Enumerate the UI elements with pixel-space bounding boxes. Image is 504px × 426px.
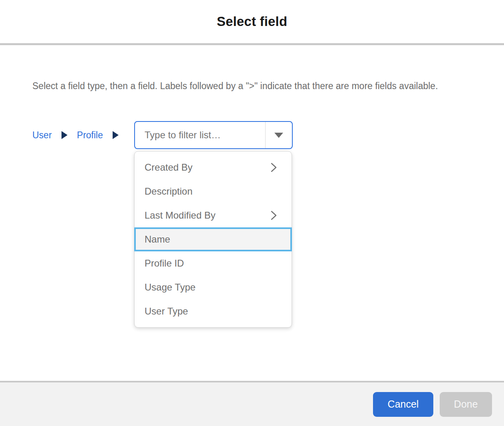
filter-input[interactable] xyxy=(135,122,265,148)
breadcrumb-arrow-icon xyxy=(113,131,119,139)
field-listbox: Created By Description Last Modified By … xyxy=(134,151,292,328)
breadcrumb: User Profile xyxy=(32,121,128,149)
option-created-by[interactable]: Created By xyxy=(135,155,292,179)
chevron-right-icon xyxy=(270,162,278,173)
cancel-button[interactable]: Cancel xyxy=(373,392,433,417)
option-label: Usage Type xyxy=(145,282,196,293)
option-label: Name xyxy=(145,234,170,245)
option-label: Last Modified By xyxy=(145,210,215,221)
done-button[interactable]: Done xyxy=(440,392,492,417)
dialog-footer: Cancel Done xyxy=(0,381,504,426)
dialog-header: Select field xyxy=(0,0,504,45)
chevron-down-icon xyxy=(274,133,283,138)
option-label: Description xyxy=(145,186,192,197)
option-label: User Type xyxy=(145,306,188,317)
breadcrumb-arrow-icon xyxy=(62,131,67,139)
option-label: Created By xyxy=(145,162,192,173)
chevron-right-icon xyxy=(270,210,278,221)
option-last-modified-by[interactable]: Last Modified By xyxy=(135,203,292,227)
option-usage-type[interactable]: Usage Type xyxy=(135,275,292,299)
option-name-selected[interactable]: Name xyxy=(134,227,292,251)
option-profile-id[interactable]: Profile ID xyxy=(135,251,292,275)
option-description[interactable]: Description xyxy=(135,179,292,203)
option-user-type[interactable]: User Type xyxy=(135,299,292,323)
breadcrumb-link-user[interactable]: User xyxy=(32,130,52,141)
instructions-text: Select a field type, then a field. Label… xyxy=(32,78,456,94)
breadcrumb-link-profile[interactable]: Profile xyxy=(77,130,103,141)
dropdown-trigger-button[interactable] xyxy=(265,122,292,148)
option-label: Profile ID xyxy=(145,258,184,269)
page-title: Select field xyxy=(217,14,288,29)
field-filter-combobox xyxy=(134,121,293,149)
